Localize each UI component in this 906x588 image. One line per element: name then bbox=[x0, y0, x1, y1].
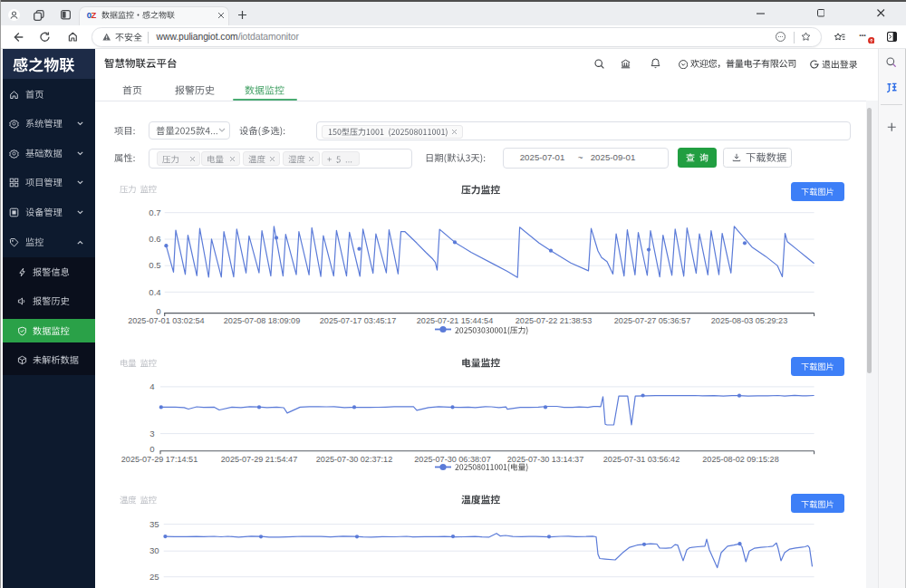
svg-text:25: 25 bbox=[149, 572, 159, 582]
svg-text:30: 30 bbox=[149, 545, 159, 555]
svg-text:35: 35 bbox=[149, 519, 159, 529]
